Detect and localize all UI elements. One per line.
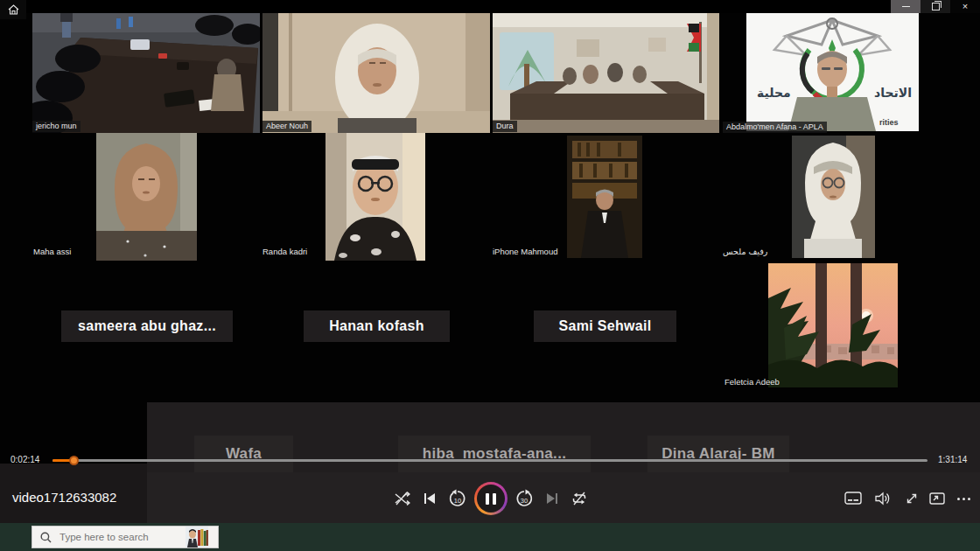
- seek-thumb[interactable]: [69, 456, 79, 465]
- maximize-button[interactable]: [920, 0, 950, 13]
- captions-icon: [844, 492, 862, 506]
- pause-icon: [477, 485, 505, 513]
- seek-row: 0:02:14 1:31:14: [0, 452, 980, 468]
- skip-forward-label: 30: [514, 497, 534, 505]
- fullscreen-button[interactable]: [902, 489, 921, 508]
- volume-button[interactable]: [873, 489, 892, 508]
- mini-player-icon: [928, 491, 946, 506]
- close-button[interactable]: ×: [950, 0, 980, 13]
- next-button[interactable]: [542, 489, 562, 508]
- participant-name-label: iPhone Mahmoud: [493, 247, 557, 257]
- randa-thumbnail: [326, 133, 425, 261]
- previous-button[interactable]: [420, 489, 439, 508]
- more-options-icon: [957, 498, 960, 500]
- participant-name-label: رفيف ملحس: [723, 247, 767, 257]
- participant-video-dura: Dura: [493, 13, 719, 133]
- minimize-icon: [902, 6, 910, 7]
- search-highlight-image[interactable]: [186, 527, 208, 548]
- participant-name-label: sameera abu ghaz...: [78, 318, 216, 334]
- apla-logo-english: rities: [879, 118, 899, 127]
- video-title: video1712633082: [12, 490, 116, 505]
- participant-video-jericho: jericho mun: [32, 13, 260, 133]
- repeat-button[interactable]: [570, 489, 589, 508]
- conference-room-thumbnail: [32, 13, 260, 133]
- seek-slider[interactable]: [52, 459, 928, 462]
- participant-video-feletcia: [768, 263, 898, 387]
- sunset-thumbnail: [768, 263, 898, 387]
- fullscreen-icon: [904, 491, 920, 506]
- participant-video-rafif: [792, 136, 875, 258]
- dura-room-thumbnail: [493, 13, 719, 133]
- window-titlebar: [0, 0, 980, 13]
- abeer-thumbnail: [262, 13, 490, 133]
- media-player-window: jericho mun Abeer Nouh: [0, 0, 980, 551]
- more-options-button[interactable]: [954, 489, 973, 508]
- mahmoud-thumbnail: [567, 136, 642, 258]
- participant-video-maha: [96, 133, 197, 261]
- previous-track-icon: [422, 491, 438, 506]
- participant-video-mahmoud: [567, 136, 642, 258]
- elapsed-time: 0:02:14: [10, 455, 39, 464]
- participant-name-label: Dura: [493, 121, 517, 132]
- shuffle-off-icon: [393, 490, 410, 507]
- participant-tile-sameera: sameera abu ghaz...: [61, 310, 233, 342]
- apla-logo-arabic-right: الاتحاد: [874, 86, 912, 100]
- home-button[interactable]: [0, 0, 26, 19]
- next-track-icon: [544, 491, 560, 506]
- captions-button[interactable]: [844, 489, 863, 508]
- duration-time: 1:31:14: [938, 455, 967, 464]
- participant-name-label: Randa kadri: [262, 247, 307, 257]
- participant-name-label: Sami Sehwail: [559, 318, 652, 334]
- repeat-off-icon: [570, 490, 588, 507]
- participant-name-label: jericho mun: [32, 121, 80, 132]
- participant-name-label: Hanan kofash: [329, 318, 424, 334]
- rafif-thumbnail: [792, 136, 875, 258]
- participant-name-label: Maha assi: [33, 247, 71, 257]
- close-icon: ×: [962, 2, 968, 11]
- volume-icon: [874, 491, 892, 506]
- skip-back-button[interactable]: 10: [448, 489, 467, 508]
- mini-player-button[interactable]: [928, 489, 947, 508]
- participant-tile-sami: Sami Sehwail: [534, 310, 676, 342]
- taskbar-search[interactable]: [32, 526, 219, 548]
- maha-thumbnail: [96, 133, 197, 261]
- skip-forward-button[interactable]: 30: [514, 489, 534, 508]
- video-canvas[interactable]: jericho mun Abeer Nouh: [0, 13, 980, 472]
- participant-name-label: Abdalmo'men Afana - APLA: [723, 122, 827, 133]
- shuffle-button[interactable]: [392, 489, 411, 508]
- search-input[interactable]: [58, 531, 184, 543]
- restore-icon: [932, 3, 940, 10]
- participant-video-abeer: Abeer Nouh: [262, 13, 490, 133]
- participant-video-apla: محلية الاتحاد rities: [746, 13, 919, 131]
- participant-video-randa: [326, 133, 425, 261]
- participant-name-label: Abeer Nouh: [262, 121, 312, 132]
- pause-button[interactable]: [474, 482, 508, 515]
- participant-tile-hanan: Hanan kofash: [304, 310, 450, 342]
- participant-name-label: Feletcia Adeeb: [724, 377, 780, 387]
- apla-logo-arabic-left: محلية: [757, 86, 791, 100]
- minimize-button[interactable]: [891, 0, 920, 13]
- home-icon: [8, 4, 19, 15]
- search-icon: [40, 532, 52, 543]
- skip-back-label: 10: [448, 497, 467, 505]
- apla-logo-thumbnail: محلية الاتحاد rities: [746, 13, 919, 131]
